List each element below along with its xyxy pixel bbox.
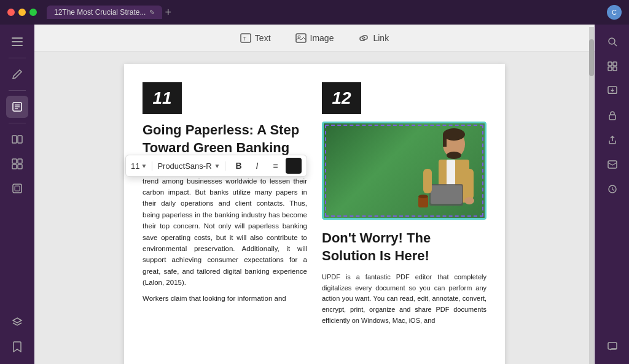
sidebar-icon-menu[interactable] <box>6 31 28 53</box>
close-button[interactable] <box>7 9 15 16</box>
active-tab[interactable]: 12The Most Crucial Strate... ✎ <box>47 6 162 19</box>
svg-rect-0 <box>12 37 23 39</box>
left-paragraph-2: Workers claim that looking for informati… <box>143 293 307 304</box>
person-figure-svg <box>411 126 479 218</box>
sidebar-icon-edit[interactable] <box>6 63 28 85</box>
right-sidebar-share[interactable] <box>601 129 623 151</box>
page-number-11: 11 <box>143 82 182 114</box>
svg-rect-36 <box>608 67 612 71</box>
sidebar-icon-pages[interactable] <box>6 128 28 150</box>
content-area: 11 ▼ ProductSans-R ▼ B I ≡ 11 Go <box>34 52 595 364</box>
left-paragraph-1: Financial institutions are not an except… <box>143 164 307 288</box>
person-image <box>322 122 486 220</box>
font-family-selector[interactable]: ProductSans-R ▼ <box>157 161 225 171</box>
doc-columns: 11 Going Paperless: A Step Toward Green … <box>143 82 486 326</box>
text-tool-label: Text <box>255 33 271 43</box>
left-column: 11 Going Paperless: A Step Toward Green … <box>143 82 307 326</box>
svg-point-32 <box>609 38 615 44</box>
edit-icon[interactable]: ✎ <box>149 9 155 17</box>
bold-button[interactable]: B <box>230 158 246 174</box>
toolbar-link-item[interactable]: Link <box>353 30 394 46</box>
traffic-lights <box>7 9 37 16</box>
right-column: 12 <box>322 82 486 326</box>
link-tool-icon <box>358 33 369 44</box>
sidebar-icon-organize[interactable] <box>6 153 28 175</box>
svg-rect-27 <box>465 169 474 199</box>
font-size-arrow: ▼ <box>141 163 147 169</box>
svg-rect-21 <box>443 134 447 147</box>
right-heading: Don't Worry! The Solution Is Here! <box>322 230 486 265</box>
toolbar-image-item[interactable]: Image <box>291 30 339 46</box>
svg-rect-37 <box>613 67 617 71</box>
svg-text:T: T <box>243 36 247 42</box>
svg-point-31 <box>418 195 428 198</box>
toolbar-text-item[interactable]: T Text <box>235 30 276 46</box>
sidebar-icon-annotation[interactable] <box>6 96 28 118</box>
italic-button[interactable]: I <box>249 158 265 174</box>
svg-rect-14 <box>15 186 20 191</box>
right-sidebar-comment[interactable] <box>601 336 623 358</box>
svg-rect-10 <box>18 159 22 163</box>
scroll-thumb[interactable] <box>589 39 594 76</box>
tab-bar: 12The Most Crucial Strate... ✎ + <box>47 6 171 19</box>
link-tool-label: Link <box>373 33 389 43</box>
font-size-selector[interactable]: 11 ▼ <box>131 161 152 171</box>
text-tool-icon: T <box>240 33 251 44</box>
svg-rect-28 <box>423 169 432 193</box>
font-family-arrow: ▼ <box>214 163 221 169</box>
new-tab-button[interactable]: + <box>165 7 171 18</box>
right-sidebar <box>595 25 629 364</box>
right-sidebar-lock[interactable] <box>601 104 623 126</box>
sidebar-icon-bookmark[interactable] <box>6 336 28 358</box>
sidebar-divider-3 <box>9 123 26 123</box>
svg-rect-7 <box>12 136 17 143</box>
svg-rect-40 <box>609 115 615 120</box>
image-tool-label: Image <box>310 33 334 43</box>
scroll-track <box>589 27 594 364</box>
svg-rect-11 <box>12 165 17 169</box>
titlebar: 12The Most Crucial Strate... ✎ + C <box>0 0 629 25</box>
maximize-button[interactable] <box>29 9 37 16</box>
left-sidebar <box>0 25 34 364</box>
color-picker[interactable] <box>286 158 302 174</box>
svg-rect-8 <box>18 136 22 143</box>
right-sidebar-search[interactable] <box>601 31 623 53</box>
svg-point-18 <box>298 36 300 38</box>
svg-rect-41 <box>608 161 617 168</box>
left-heading: Going Paperless: A Step Toward Green Ban… <box>143 122 307 157</box>
svg-point-29 <box>464 197 474 204</box>
right-sidebar-history[interactable] <box>601 178 623 200</box>
toolbar: T Text Image <box>34 25 595 52</box>
content-wrapper: T Text Image <box>34 25 595 364</box>
minimize-button[interactable] <box>18 9 26 16</box>
svg-point-22 <box>447 152 461 159</box>
svg-rect-12 <box>18 165 22 169</box>
right-sidebar-download[interactable] <box>601 80 623 102</box>
svg-rect-35 <box>613 62 617 66</box>
document: 11 Going Paperless: A Step Toward Green … <box>124 64 505 364</box>
page-number-12: 12 <box>322 82 361 114</box>
svg-rect-9 <box>12 159 17 163</box>
font-family-value: ProductSans-R <box>157 161 211 171</box>
format-toolbar: 11 ▼ ProductSans-R ▼ B I ≡ <box>125 155 307 177</box>
user-avatar[interactable]: C <box>607 5 622 20</box>
sidebar-icon-layers[interactable] <box>6 311 28 333</box>
svg-rect-13 <box>13 184 21 193</box>
sidebar-divider-1 <box>9 58 26 58</box>
main-layout: T Text Image <box>0 25 629 364</box>
svg-rect-26 <box>431 185 462 204</box>
tab-title: 12The Most Crucial Strate... <box>54 8 146 17</box>
svg-rect-34 <box>608 62 612 66</box>
sidebar-divider-2 <box>9 90 26 91</box>
right-sidebar-email[interactable] <box>601 153 623 176</box>
para1-rest: to the trend among businesses worldwide … <box>143 166 307 286</box>
font-size-value: 11 <box>131 161 139 171</box>
svg-line-33 <box>614 44 617 46</box>
sidebar-icon-stamps[interactable] <box>6 177 28 199</box>
image-tool-icon <box>295 33 307 44</box>
svg-rect-1 <box>12 41 23 42</box>
align-button[interactable]: ≡ <box>267 158 283 174</box>
right-sidebar-ocr[interactable] <box>601 55 623 77</box>
right-paragraph: UPDF is a fantastic PDF editor that comp… <box>322 272 486 326</box>
svg-rect-2 <box>12 45 23 46</box>
